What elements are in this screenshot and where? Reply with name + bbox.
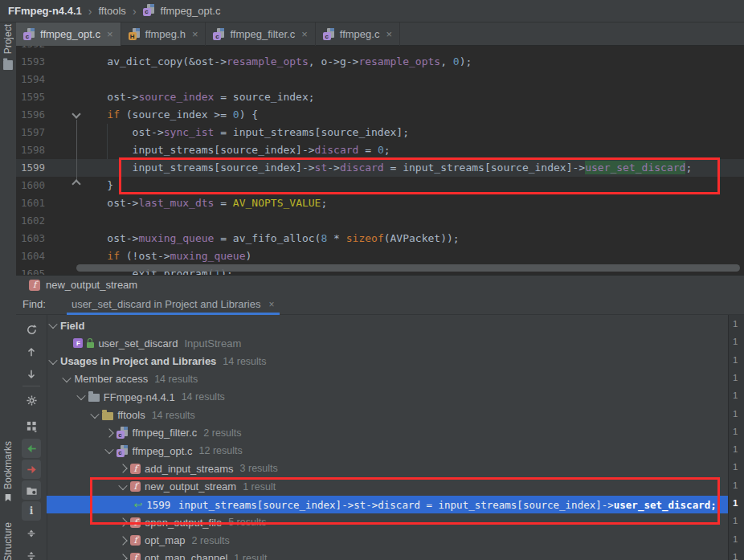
code-line[interactable]: 1597 ost->sync_ist = input_streams[sourc… (16, 124, 744, 141)
sidebar-item-bookmarks[interactable]: Bookmarks (0, 441, 16, 502)
usage-match-text: user_set_discard; (614, 499, 717, 511)
breadcrumb-file[interactable]: ffmpeg_opt.c (161, 5, 221, 17)
chevron-down-icon[interactable] (76, 391, 85, 400)
editor-tab-ffmpeg.c[interactable]: cffmpeg.c× (316, 22, 400, 46)
line-number[interactable]: 1592 (18, 46, 45, 53)
code-line[interactable]: 1602 (16, 212, 744, 230)
expand-all-button[interactable] (22, 546, 41, 560)
chevron-down-icon[interactable] (48, 356, 57, 365)
line-number[interactable]: 1598 (18, 141, 45, 159)
editor-tab-ffmpeg.h[interactable]: Hffmpeg.h× (121, 22, 206, 46)
line-number[interactable]: 1597 (18, 124, 45, 141)
tree-row-add_input_streams[interactable]: fadd_input_streams3 results (47, 460, 728, 477)
line-number[interactable]: 1594 (18, 71, 45, 88)
editor-tab-ffmpeg_filter.c[interactable]: cffmpeg_filter.c× (206, 22, 315, 46)
line-number[interactable]: 1605 (18, 265, 45, 275)
tree-row-Member access[interactable]: Member access14 results (47, 370, 728, 388)
token: muxing_queue (170, 250, 246, 262)
tree-row-opt_map_channel[interactable]: fopt_map_channel1 result (47, 550, 728, 560)
tree-row-Usages in Project and Libraries[interactable]: Usages in Project and Libraries14 result… (47, 353, 728, 370)
autoscroll-to-source-button[interactable] (22, 460, 41, 479)
close-icon[interactable]: × (192, 28, 198, 40)
chevron-right-icon[interactable] (118, 536, 127, 545)
code-line[interactable]: 1600 } (16, 177, 744, 194)
tree-row-new_output_stream[interactable]: fnew_output_stream1 result (47, 478, 728, 496)
line-number[interactable]: 1602 (18, 212, 45, 230)
sidebar-item-project[interactable]: Project (0, 24, 16, 71)
overflow-count: 1 (733, 355, 738, 365)
next-occurrence-button[interactable] (22, 365, 41, 384)
line-number[interactable]: 1601 (18, 194, 45, 212)
tree-row-FFmpeg-n4.4.1[interactable]: FFmpeg-n4.4.114 results (47, 388, 728, 406)
line-number[interactable]: 1603 (18, 230, 45, 247)
tree-row-ffmpeg_opt.c[interactable]: cffmpeg_opt.c12 results (47, 442, 728, 460)
line-number[interactable]: 1595 (18, 88, 45, 106)
overflow-count: 1 (733, 409, 738, 419)
previous-occurrence-button[interactable] (22, 342, 41, 362)
line-number[interactable]: 1604 (18, 247, 45, 265)
breadcrumb-project[interactable]: FFmpeg-n4.4.1 (8, 5, 82, 17)
editor-tab-ffmpeg_opt.c[interactable]: cffmpeg_opt.c× (16, 22, 121, 46)
close-icon[interactable]: × (386, 28, 392, 40)
tree-row-Field[interactable]: Field (47, 317, 728, 334)
code-line[interactable]: 1601 ost->last_mux_dts = AV_NOPTS_VALUE; (16, 194, 744, 212)
function-icon: f (130, 517, 141, 528)
chevron-down-icon[interactable] (104, 445, 113, 454)
sidebar-item-structure[interactable]: Structure (0, 522, 16, 560)
chevron-right-icon[interactable] (118, 554, 127, 560)
token: , o->g-> (309, 55, 359, 67)
chevron-right-icon[interactable] (118, 518, 127, 527)
code-line[interactable]: 1604 if (!ost->muxing_queue) (16, 247, 744, 265)
code-line[interactable]: 1592 (16, 46, 744, 53)
find-tool-window: i FieldFuser_set_discardInputStreamUsage… (16, 315, 744, 560)
file-icon-sliver (31, 28, 35, 31)
chevron-down-icon[interactable] (118, 481, 127, 490)
code-line[interactable]: 1595 ost->source_index = source_index; (16, 88, 744, 106)
preview-usages-button[interactable]: i (22, 501, 41, 521)
tab-label: ffmpeg_filter.c (230, 28, 295, 40)
tree-row-user_set_discard[interactable]: Fuser_set_discardInputStream (47, 334, 728, 352)
token: ost-> (82, 126, 164, 138)
code-line[interactable]: 1596 if (source_index >= 0) { (16, 106, 744, 124)
line-number[interactable]: 1600 (18, 177, 45, 194)
find-results-tab[interactable]: user_set_discard in Project and Librarie… (67, 294, 280, 315)
chevron-right-icon[interactable] (118, 464, 127, 473)
chevron-right-icon[interactable] (104, 428, 113, 437)
code-editor[interactable]: 15921593 av_dict_copy(&ost->resample_opt… (16, 46, 744, 275)
close-icon[interactable]: × (301, 28, 308, 40)
chevron-down-icon[interactable] (91, 409, 100, 418)
tree-row-opt_map[interactable]: fopt_map2 results (47, 532, 728, 550)
line-number[interactable]: 1599 (18, 159, 45, 177)
collapse-all-button[interactable] (22, 524, 41, 543)
tree-row-usage[interactable]: ↩1599 input_streams[source_index]->st->d… (47, 496, 728, 513)
result-count: 14 results (152, 410, 195, 421)
close-icon[interactable]: × (268, 299, 274, 310)
code-line[interactable]: 1593 av_dict_copy(&ost->resample_opts, o… (16, 53, 744, 71)
code-line[interactable]: 1603 ost->muxing_queue = av_fifo_alloc(8… (16, 230, 744, 247)
file-icon-badge: c (143, 8, 151, 16)
code-line[interactable]: 1599 input_streams[source_index]->st->di… (16, 159, 744, 177)
line-number[interactable]: 1596 (18, 106, 45, 124)
group-by-button[interactable] (22, 416, 41, 435)
rerun-search-button[interactable] (22, 320, 41, 339)
tree-row-open_output_file[interactable]: fopen_output_file5 results (47, 513, 728, 531)
close-icon[interactable]: × (107, 28, 113, 40)
current-function-label[interactable]: new_output_stream (46, 279, 137, 291)
group-by-directory-button[interactable] (22, 480, 41, 500)
tree-row-ffmpeg_filter.c[interactable]: cffmpeg_filter.c2 results (47, 424, 728, 442)
chevron-down-icon[interactable] (48, 320, 57, 329)
code-text: } (82, 177, 113, 194)
chevron-down-icon[interactable] (63, 374, 72, 382)
token: if (107, 108, 120, 121)
horizontal-scrollbar[interactable] (76, 264, 740, 272)
breadcrumb-folder[interactable]: fftools (98, 5, 125, 17)
settings-gear-button[interactable] (22, 390, 41, 410)
navigate-with-single-click-button[interactable] (22, 439, 41, 458)
token: = av_fifo_alloc( (214, 232, 321, 244)
overflow-count: 1 (733, 390, 738, 400)
tree-row-fftools[interactable]: fftools14 results (47, 407, 728, 424)
code-line[interactable]: 1598 input_streams[source_index]->discar… (16, 141, 744, 159)
code-line[interactable]: 1594 (16, 71, 744, 88)
line-number[interactable]: 1593 (18, 53, 45, 71)
result-count: 14 results (154, 374, 198, 385)
